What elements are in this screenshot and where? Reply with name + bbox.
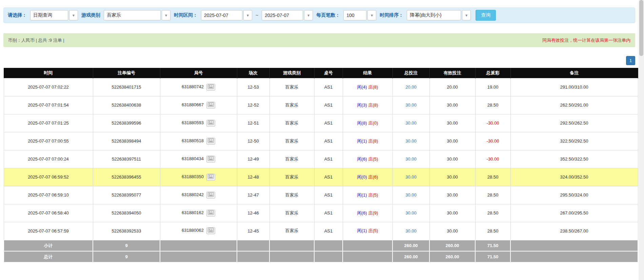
scrollbar-thumb[interactable] <box>639 0 643 56</box>
roadmap-icon[interactable] <box>206 227 215 234</box>
total-bet-link[interactable]: 30.00 <box>405 102 417 108</box>
cell-valid-bet: 30.00 <box>429 150 475 168</box>
cell-total-payout: 19.00 <box>475 78 510 96</box>
subtotal-total-bet: 260.00 <box>393 240 429 251</box>
result-player: 闲(1) <box>357 228 367 233</box>
table-row: 2025-07-07 06:59:52 522638396455 6318803… <box>4 168 638 186</box>
cell-time: 2025-07-07 07:00:55 <box>4 132 93 150</box>
cell-valid-bet: 30.00 <box>429 132 475 150</box>
total-bet-link[interactable]: 30.00 <box>405 192 417 198</box>
result-player: 闲(0) <box>357 174 367 180</box>
cell-game-type: 百家乐 <box>269 186 314 204</box>
time-sort-value[interactable]: 降幂(由大到小) <box>407 10 461 20</box>
select-type-value[interactable]: 日期查询 <box>30 10 68 20</box>
page-1-button[interactable]: 1 <box>626 56 635 65</box>
cell-result: 闲(1)庄(8) <box>343 132 393 150</box>
game-type-value[interactable]: 百家乐 <box>104 10 161 20</box>
cell-remark: 267.00/295.50 <box>510 204 638 222</box>
date-from-picker[interactable]: 2025-07-07 ▼ <box>201 10 252 20</box>
total-bet-link[interactable]: 30.00 <box>405 156 417 162</box>
chevron-down-icon[interactable]: ▼ <box>243 10 252 20</box>
roadmap-icon[interactable] <box>206 210 215 217</box>
roadmap-icon[interactable] <box>206 156 215 163</box>
table-row: 2025-07-07 07:01:54 522638400638 6318806… <box>4 96 638 114</box>
roadmap-icon[interactable] <box>206 192 215 199</box>
cell-result: 闲(0)庄(6) <box>343 168 393 186</box>
cell-round: 631880593 <box>160 114 237 132</box>
cell-time: 2025-07-07 07:01:25 <box>4 114 93 132</box>
chevron-down-icon[interactable]: ▼ <box>69 10 78 20</box>
total-bet-link[interactable]: 30.00 <box>405 228 417 234</box>
bet-records-table: 时间 注单编号 局号 场次 游戏类别 桌号 结果 总投注 有效投注 总派彩 备注… <box>3 68 638 263</box>
cell-total-payout: -30.00 <box>475 150 510 168</box>
vertical-scrollbar[interactable] <box>639 0 644 280</box>
cell-round: 631880350 <box>160 168 237 186</box>
roadmap-icon[interactable] <box>206 138 215 145</box>
result-banker: 庄(8) <box>368 102 378 108</box>
cell-valid-bet: 30.00 <box>429 96 475 114</box>
cell-session: 12-50 <box>237 132 269 150</box>
cell-round: 631880062 <box>160 222 237 240</box>
cell-session: 12-48 <box>237 168 269 186</box>
cell-session: 12-49 <box>237 150 269 168</box>
cell-game-type: 百家乐 <box>269 78 314 96</box>
chevron-down-icon[interactable]: ▼ <box>162 10 170 20</box>
cell-remark: 324.00/352.50 <box>510 168 638 186</box>
chevron-down-icon[interactable]: ▼ <box>367 10 376 20</box>
cell-total-bet: 30.00 <box>393 114 429 132</box>
column-header-session: 场次 <box>237 68 269 78</box>
result-player: 闲(3) <box>357 102 367 108</box>
cell-remark: 292.50/262.50 <box>510 114 638 132</box>
cell-bet-number: 522638400638 <box>93 96 160 114</box>
total-bet-link[interactable]: 30.00 <box>405 174 417 180</box>
cell-bet-number: 522638396455 <box>93 168 160 186</box>
table-row: 2025-07-07 07:00:55 522638398494 6318805… <box>4 132 638 150</box>
cell-table-number: AS1 <box>314 222 343 240</box>
cell-table-number: AS1 <box>314 186 343 204</box>
cell-bet-number: 522638392533 <box>93 222 160 240</box>
total-bet-link[interactable]: 30.00 <box>405 138 417 144</box>
cell-total-payout: 28.50 <box>475 96 510 114</box>
cell-session: 12-46 <box>237 204 269 222</box>
cell-game-type: 百家乐 <box>269 204 314 222</box>
table-row: 2025-07-07 06:57:59 522638392533 6318800… <box>4 222 638 240</box>
total-bet-link[interactable]: 30.00 <box>405 120 417 126</box>
column-header-result: 结果 <box>343 68 393 78</box>
roadmap-icon[interactable] <box>206 84 215 91</box>
roadmap-icon[interactable] <box>206 102 215 109</box>
result-player: 闲(1) <box>357 192 367 198</box>
cell-round: 631880434 <box>160 150 237 168</box>
cell-valid-bet: 30.00 <box>429 168 475 186</box>
date-to-picker[interactable]: 2025-07-07 ▼ <box>262 10 313 20</box>
query-button[interactable]: 查询 <box>476 10 496 21</box>
cell-bet-number: 522638395077 <box>93 186 160 204</box>
game-type-combobox[interactable]: 百家乐 ▼ <box>104 10 170 20</box>
grand-total-valid-bet: 260.00 <box>429 251 475 262</box>
per-page-value[interactable]: 100 <box>343 10 366 20</box>
per-page-combobox[interactable]: 100 ▼ <box>343 10 376 20</box>
column-header-table-number: 桌号 <box>314 68 343 78</box>
date-from-value[interactable]: 2025-07-07 <box>201 10 242 20</box>
total-bet-link[interactable]: 30.00 <box>405 210 417 216</box>
date-to-value[interactable]: 2025-07-07 <box>262 10 303 20</box>
summary-bar: 币别：人民币 | 总共 :9 注单 | 同局有效投注，统一计算在该局第一张注单内 <box>3 33 635 47</box>
cell-table-number: AS1 <box>314 150 343 168</box>
chevron-down-icon[interactable]: ▼ <box>462 10 471 20</box>
cell-total-bet: 20.00 <box>393 78 429 96</box>
result-player: 闲(6) <box>357 156 367 162</box>
total-bet-link[interactable]: 20.00 <box>405 85 417 90</box>
grand-total-label: 总计 <box>4 251 93 262</box>
cell-session: 12-52 <box>237 96 269 114</box>
roadmap-icon[interactable] <box>206 174 215 181</box>
roadmap-icon[interactable] <box>206 120 215 127</box>
time-range-label: 时间区间： <box>174 12 198 18</box>
time-sort-combobox[interactable]: 降幂(由大到小) ▼ <box>407 10 471 20</box>
cell-table-number: AS1 <box>314 78 343 96</box>
cell-result: 闲(1)庄(5) <box>343 186 393 204</box>
chevron-down-icon[interactable]: ▼ <box>304 10 313 20</box>
cell-time: 2025-07-07 06:59:10 <box>4 186 93 204</box>
column-header-time: 时间 <box>4 68 93 78</box>
cell-total-payout: -30.00 <box>475 132 510 150</box>
select-type-combobox[interactable]: 日期查询 ▼ <box>30 10 78 20</box>
subtotal-total-payout: 71.50 <box>475 240 510 251</box>
